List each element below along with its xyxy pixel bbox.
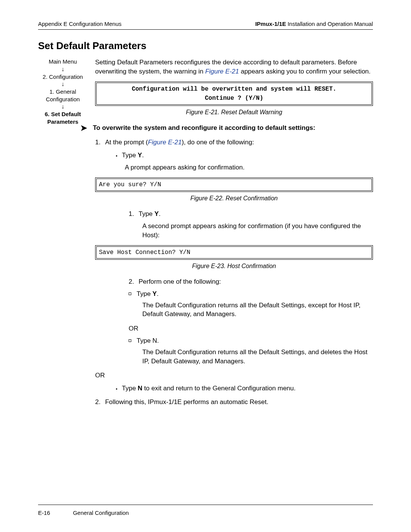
- figure-link[interactable]: Figure E-21: [148, 139, 182, 146]
- text-part: Type: [122, 385, 138, 392]
- bullet-text: Type N.: [137, 336, 159, 345]
- terminal-line: Continue ? (Y/N): [100, 94, 368, 103]
- running-header: Appendix E Configuration Menus IPmux-1/1…: [38, 20, 373, 30]
- figure-caption: Figure E-22. Reset Confirmation: [95, 194, 373, 203]
- result-text: A prompt appears asking for confirmation…: [125, 163, 373, 172]
- numbered-step: 2. Following this, IPmux-1/1E performs a…: [95, 398, 373, 407]
- bullet-icon: ▪: [116, 386, 117, 393]
- text-part: Type: [122, 152, 138, 159]
- sub-numbered-step: 1. Type Y.: [129, 209, 373, 219]
- footer-section-name: General Configuration: [73, 509, 129, 517]
- terminal-prompt-box: Save Host Connection? Y/N: [95, 245, 373, 260]
- page: Appendix E Configuration Menus IPmux-1/1…: [0, 0, 411, 532]
- or-separator: OR: [129, 324, 373, 333]
- bullet-item: ▪ Type Y.: [116, 151, 373, 160]
- procedure-title: To overwrite the system and reconfigure …: [93, 123, 315, 133]
- result-text: The Default Configuration returns all th…: [142, 301, 373, 319]
- breadcrumb-item: Main Menu: [38, 58, 88, 66]
- bullet-text: Type Y.: [137, 289, 159, 299]
- square-bullet-item: Type Y.: [129, 289, 373, 299]
- figure-caption: Figure E-23. Host Confirmation: [95, 262, 373, 270]
- figure-link[interactable]: Figure E-21: [205, 68, 239, 75]
- bullet-icon: ▪: [116, 153, 117, 160]
- content-row: Main Menu ↓ 2. Configuration ↓ 1. Genera…: [38, 58, 373, 410]
- procedure-arrow-icon: ➤: [80, 123, 88, 133]
- terminal-line: Configuration will be overwritten and sy…: [100, 85, 368, 94]
- key-label: Y: [153, 290, 157, 297]
- page-number: E-16: [38, 509, 50, 517]
- intro-text: appears asking you to confirm your selec…: [239, 68, 371, 75]
- numbered-step: 1. At the prompt (Figure E-21), do one o…: [95, 138, 373, 147]
- step-text: Following this, IPmux-1/1E performs an a…: [105, 398, 268, 407]
- or-separator: OR: [95, 371, 373, 380]
- breadcrumb-sidebar: Main Menu ↓ 2. Configuration ↓ 1. Genera…: [38, 58, 88, 410]
- key-label: Y: [138, 152, 142, 159]
- header-left: Appendix E Configuration Menus: [38, 20, 121, 28]
- breadcrumb-item: 1. General Configuration: [38, 88, 88, 103]
- text-part: .: [142, 152, 144, 159]
- section-heading: Set Default Parameters: [38, 39, 373, 53]
- step-text: Type Y.: [139, 209, 161, 219]
- main-content: Setting Default Parameters reconfigures …: [95, 58, 373, 410]
- header-right: IPmux-1/1E Installation and Operation Ma…: [255, 20, 373, 28]
- key-label: N: [138, 385, 142, 392]
- terminal-warning-box: Configuration will be overwritten and sy…: [95, 81, 373, 106]
- breadcrumb-item: 2. Configuration: [38, 73, 88, 81]
- terminal-prompt-box: Are you sure? Y/N: [95, 177, 373, 192]
- procedure-heading: ➤ To overwrite the system and reconfigur…: [80, 123, 373, 133]
- text-part: to exit and return to the General Config…: [142, 385, 296, 392]
- intro-paragraph: Setting Default Parameters reconfigures …: [95, 58, 373, 76]
- header-doc-title: Installation and Operation Manual: [286, 21, 373, 27]
- step-text: At the prompt (Figure E-21), do one of t…: [105, 138, 254, 147]
- step-text-part: At the prompt (: [105, 139, 148, 146]
- square-bullet-icon: [129, 339, 131, 342]
- square-bullet-icon: [129, 292, 131, 295]
- bullet-text: Type N to exit and return to the General…: [122, 384, 295, 393]
- down-arrow-icon: ↓: [38, 104, 88, 110]
- down-arrow-icon: ↓: [38, 81, 88, 87]
- step-number: 2.: [95, 398, 100, 407]
- page-footer: E-16 General Configuration: [38, 505, 373, 517]
- text-part: Type: [137, 290, 153, 297]
- result-text: A second prompt appears asking for confi…: [142, 222, 373, 240]
- sub-numbered-step: 2. Perform one of the following:: [129, 277, 373, 286]
- step-number: 2.: [129, 277, 134, 286]
- square-bullet-item: Type N.: [129, 336, 373, 345]
- text-part: .: [159, 210, 161, 217]
- step-number: 1.: [129, 209, 134, 219]
- text-part: .: [157, 290, 159, 297]
- key-label: Y: [155, 210, 159, 217]
- down-arrow-icon: ↓: [38, 66, 88, 72]
- text-part: Type: [139, 210, 155, 217]
- bullet-item: ▪ Type N to exit and return to the Gener…: [116, 384, 373, 393]
- result-text: The Default Configuration returns all th…: [142, 348, 373, 366]
- header-product: IPmux-1/1E: [255, 21, 286, 27]
- bullet-text: Type Y.: [122, 151, 144, 160]
- step-text: Perform one of the following:: [139, 277, 221, 286]
- step-number: 1.: [95, 138, 100, 147]
- figure-caption: Figure E-21. Reset Default Warning: [95, 108, 373, 117]
- step-text-part: ), do one of the following:: [182, 139, 254, 146]
